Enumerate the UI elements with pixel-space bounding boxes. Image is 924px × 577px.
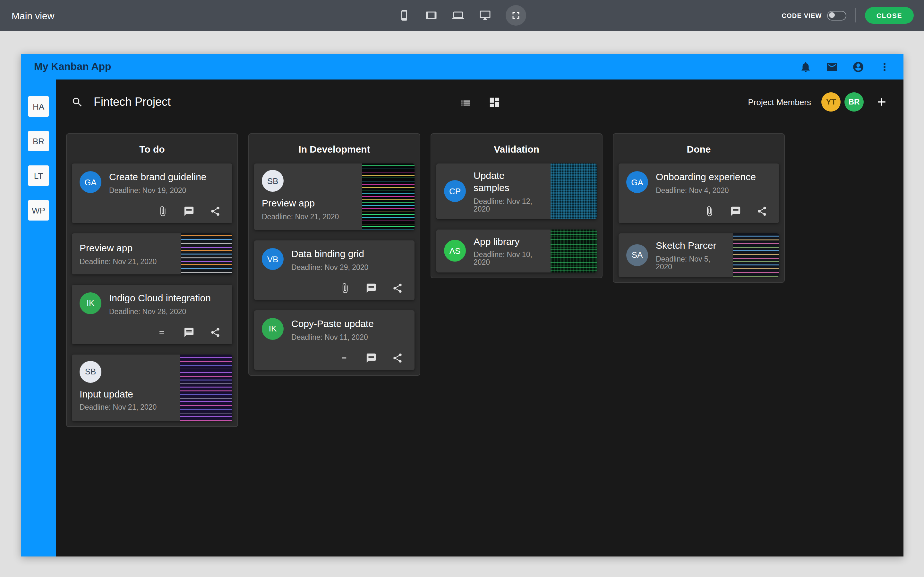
card-text: App libraryDeadline: Nov 10, 2020 <box>473 235 543 266</box>
kanban-card[interactable]: Preview appDeadline: Nov 21, 2020 <box>72 234 232 274</box>
kanban-card[interactable]: GACreate brand guidelineDeadline: Nov 19… <box>72 163 232 223</box>
board-content: Fintech Project Project Members YTBR To … <box>56 79 903 556</box>
desktop-device-icon[interactable] <box>479 9 491 22</box>
card-avatar: IK <box>79 292 102 314</box>
sidebar-user-avatar[interactable]: LT <box>28 165 49 186</box>
comment-icon[interactable] <box>366 352 376 363</box>
card-title: Data binding grid <box>291 248 368 260</box>
attach-icon[interactable] <box>157 206 168 217</box>
list-view-icon[interactable] <box>459 96 471 108</box>
card-deadline: Deadline: Nov 4, 2020 <box>656 187 756 194</box>
tablet-device-icon[interactable] <box>425 9 438 22</box>
card-title: App library <box>473 235 543 248</box>
sidebar-user-avatar[interactable]: WP <box>28 200 49 221</box>
kanban-card[interactable]: IKCopy-Paste updateDeadline: Nov 11, 202… <box>254 310 415 370</box>
preview-stage: Main view CODE VIEW CLOSE My Kanban App … <box>0 0 924 577</box>
comment-icon[interactable] <box>184 206 194 217</box>
topbar-divider <box>855 8 856 23</box>
board-view-icon[interactable] <box>488 96 500 108</box>
drag-icon[interactable] <box>157 327 168 338</box>
preview-topbar: Main view CODE VIEW CLOSE <box>0 0 924 31</box>
share-icon[interactable] <box>392 283 403 293</box>
comment-icon[interactable] <box>730 206 741 217</box>
card-deadline: Deadline: Nov 21, 2020 <box>79 404 172 411</box>
kanban-card[interactable]: SBInput updateDeadline: Nov 21, 2020 <box>72 354 232 421</box>
share-icon[interactable] <box>756 206 767 217</box>
add-member-icon[interactable] <box>875 95 888 108</box>
card-deadline: Deadline: Nov 21, 2020 <box>262 213 354 221</box>
card-deadline: Deadline: Nov 29, 2020 <box>291 263 368 271</box>
card-avatar: CP <box>444 181 466 202</box>
view-title: Main view <box>11 10 54 21</box>
card-actions <box>262 283 407 293</box>
card-deadline: Deadline: Nov 28, 2020 <box>109 308 211 315</box>
card-avatar: GA <box>79 171 102 193</box>
share-icon[interactable] <box>210 206 221 217</box>
member-avatar[interactable]: YT <box>821 92 841 111</box>
kanban-board: To doGACreate brand guidelineDeadline: N… <box>56 124 903 556</box>
kanban-card[interactable]: CPUpdate samplesDeadline: Nov 12, 2020 <box>436 163 597 219</box>
member-avatars: YTBR <box>821 92 864 111</box>
phone-device-icon[interactable] <box>398 9 411 22</box>
card-body: SBPreview appDeadline: Nov 21, 2020 <box>254 163 362 230</box>
kanban-card[interactable]: SASketch ParcerDeadline: Nov 5, 2020 <box>619 234 779 277</box>
account-icon[interactable] <box>852 61 864 73</box>
card-thumbnail <box>180 354 232 421</box>
card-title: Update samples <box>473 170 543 194</box>
toggle-knob <box>829 12 835 18</box>
device-switcher <box>398 5 526 26</box>
comment-icon[interactable] <box>184 327 194 338</box>
app-body: HABRLTWP Fintech Project Project Members… <box>21 79 903 556</box>
card-thumbnail <box>362 163 415 230</box>
share-icon[interactable] <box>210 327 221 338</box>
sidebar-user-avatar[interactable]: HA <box>28 96 49 117</box>
card-actions <box>79 206 225 217</box>
more-icon[interactable] <box>879 61 891 73</box>
notifications-icon[interactable] <box>800 61 812 73</box>
expand-device-icon[interactable] <box>506 5 526 26</box>
code-view-toggle[interactable] <box>827 11 846 20</box>
card-avatar: GA <box>626 171 648 193</box>
card-avatar: SB <box>79 361 102 382</box>
share-icon[interactable] <box>392 352 403 363</box>
drag-icon[interactable] <box>339 352 351 363</box>
code-view-control: CODE VIEW <box>782 11 846 20</box>
kanban-card[interactable]: VBData binding gridDeadline: Nov 29, 202… <box>254 240 415 300</box>
search-icon[interactable] <box>71 96 83 108</box>
attach-icon[interactable] <box>339 283 351 293</box>
app-title: My Kanban App <box>34 61 111 73</box>
card-body: SBInput updateDeadline: Nov 21, 2020 <box>72 354 180 421</box>
sidebar-user-avatar[interactable]: BR <box>28 131 49 151</box>
kanban-card[interactable]: SBPreview appDeadline: Nov 21, 2020 <box>254 163 415 230</box>
card-deadline: Deadline: Nov 21, 2020 <box>79 258 157 265</box>
card-title: Sketch Parcer <box>656 240 725 252</box>
kanban-card[interactable]: GAOnboarding experienceDeadline: Nov 4, … <box>619 163 779 223</box>
close-button[interactable]: CLOSE <box>865 7 914 24</box>
kanban-card[interactable]: ASApp libraryDeadline: Nov 10, 2020 <box>436 229 597 273</box>
card-actions <box>79 327 225 338</box>
card-row: VBData binding gridDeadline: Nov 29, 202… <box>262 248 407 271</box>
attach-icon[interactable] <box>704 206 715 217</box>
card-body: Preview appDeadline: Nov 21, 2020 <box>72 234 181 274</box>
comment-icon[interactable] <box>366 283 376 293</box>
card-text: Update samplesDeadline: Nov 12, 2020 <box>473 170 543 213</box>
card-avatar: IK <box>262 318 284 340</box>
card-deadline: Deadline: Nov 12, 2020 <box>473 197 543 213</box>
card-row: IKIndigo Cloud integrationDeadline: Nov … <box>79 292 225 316</box>
member-avatar[interactable]: BR <box>845 92 864 111</box>
mail-icon[interactable] <box>826 61 838 73</box>
kanban-column: To doGACreate brand guidelineDeadline: N… <box>66 133 238 427</box>
card-title: Copy-Paste update <box>291 318 374 330</box>
card-text: Copy-Paste updateDeadline: Nov 11, 2020 <box>291 318 374 341</box>
laptop-device-icon[interactable] <box>452 9 465 22</box>
card-avatar: SA <box>626 244 648 266</box>
column-title: Done <box>619 134 779 163</box>
card-avatar: SB <box>262 170 284 192</box>
card-row: GACreate brand guidelineDeadline: Nov 19… <box>79 171 225 194</box>
card-title: Onboarding experience <box>656 171 756 183</box>
card-actions <box>626 206 771 217</box>
toolbar-left: Fintech Project <box>71 95 459 109</box>
card-thumbnail <box>733 234 779 277</box>
app-header-icons <box>800 61 891 73</box>
kanban-card[interactable]: IKIndigo Cloud integrationDeadline: Nov … <box>72 285 232 344</box>
